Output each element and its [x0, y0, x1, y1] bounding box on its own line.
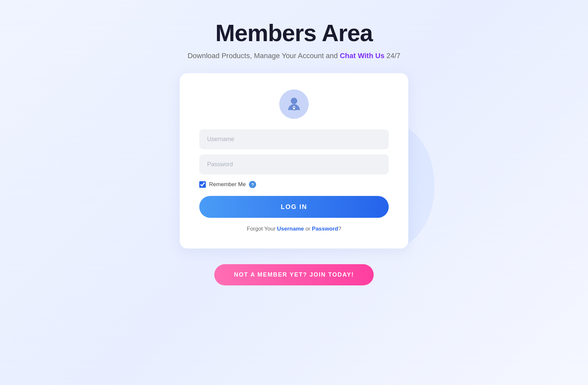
- svg-rect-2: [293, 108, 295, 109]
- username-input[interactable]: [199, 129, 389, 149]
- login-button[interactable]: LOG IN: [199, 196, 389, 218]
- login-card: Remember Me ? LOG IN Forgot Your Usernam…: [180, 73, 408, 249]
- remember-me-row: Remember Me ?: [199, 181, 389, 188]
- login-card-wrapper: Remember Me ? LOG IN Forgot Your Usernam…: [180, 73, 408, 249]
- svg-point-0: [291, 98, 297, 104]
- forgot-password-link[interactable]: Password: [312, 226, 338, 232]
- remember-me-label: Remember Me: [209, 181, 246, 188]
- page-header: Members Area Download Products, Manage Y…: [188, 20, 400, 60]
- chat-link[interactable]: Chat With Us: [340, 52, 384, 60]
- forgot-prefix: Forgot Your: [247, 226, 277, 232]
- forgot-username-link[interactable]: Username: [277, 226, 304, 232]
- forgot-credentials-row: Forgot Your Username or Password?: [247, 226, 341, 232]
- subtitle-prefix: Download Products, Manage Your Account a…: [188, 52, 340, 60]
- remember-me-checkbox[interactable]: [199, 181, 206, 188]
- remember-me-help-icon[interactable]: ?: [249, 181, 256, 188]
- page-subtitle: Download Products, Manage Your Account a…: [188, 52, 400, 60]
- subtitle-suffix: 24/7: [384, 52, 400, 60]
- user-avatar-icon: [279, 89, 309, 119]
- page-title: Members Area: [188, 20, 400, 46]
- forgot-or: or: [304, 226, 312, 232]
- password-input[interactable]: [199, 154, 389, 174]
- forgot-suffix: ?: [338, 226, 341, 232]
- join-today-button[interactable]: NOT A MEMBER YET? JOIN TODAY!: [214, 264, 373, 285]
